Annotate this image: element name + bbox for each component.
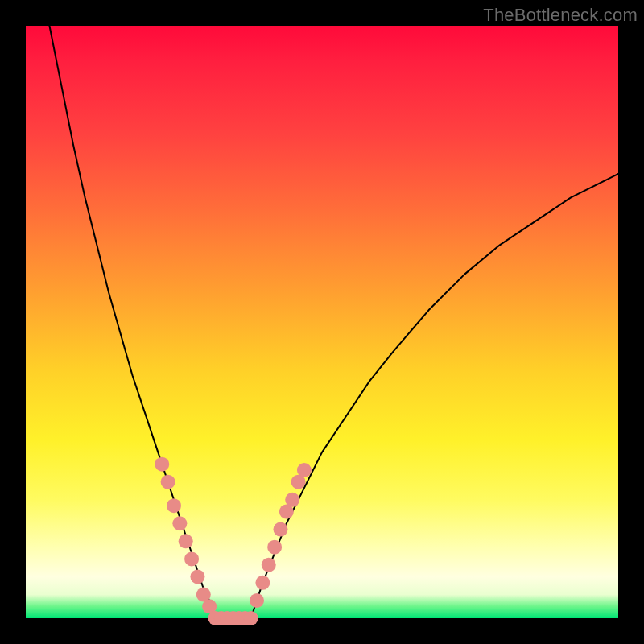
dot bbox=[273, 522, 287, 537]
dot bbox=[250, 593, 264, 608]
curve-path bbox=[49, 26, 618, 618]
dot bbox=[297, 463, 312, 477]
dot bbox=[172, 516, 187, 530]
watermark-text: TheBottleneck.com bbox=[483, 5, 638, 26]
plot-area bbox=[26, 26, 618, 618]
curve-layer bbox=[26, 26, 618, 618]
salmon-dots bbox=[155, 457, 312, 625]
outer-frame: TheBottleneck.com bbox=[0, 0, 644, 644]
dot bbox=[285, 493, 299, 507]
dot bbox=[179, 534, 193, 548]
dot bbox=[255, 576, 270, 590]
dot bbox=[267, 540, 282, 555]
dot bbox=[184, 551, 199, 566]
dot bbox=[244, 611, 258, 625]
dot bbox=[161, 475, 175, 489]
dot bbox=[262, 558, 276, 572]
bottleneck-curve bbox=[49, 26, 618, 618]
dot bbox=[155, 457, 169, 472]
dot bbox=[167, 498, 181, 513]
dot bbox=[190, 569, 204, 584]
